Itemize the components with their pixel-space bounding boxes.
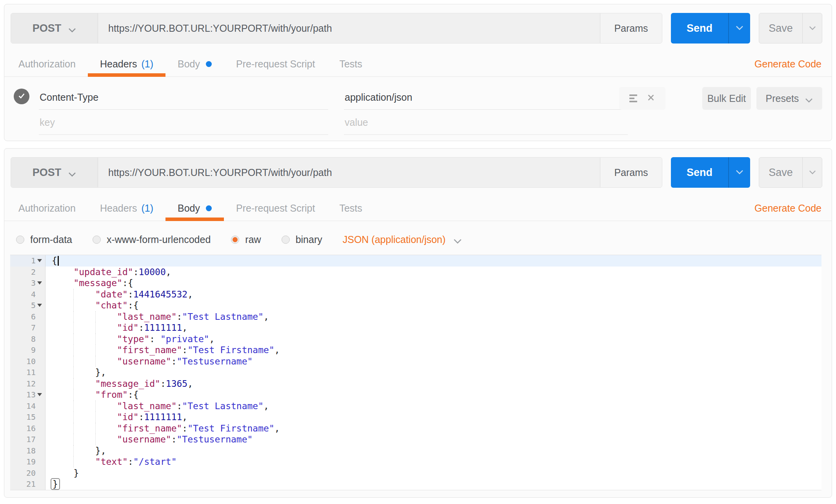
line-number-gutter[interactable]: 7 (10, 322, 45, 334)
code-line-content[interactable]: "update_id":10000, (45, 267, 821, 278)
code-line-content[interactable]: "message_id":1365, (45, 378, 821, 390)
line-number-gutter[interactable]: 2 (10, 267, 45, 278)
code-editor[interactable]: 1{2 "update_id":10000,3 "message":{4 "da… (10, 255, 821, 490)
line-number-gutter[interactable]: 6 (10, 311, 45, 323)
code-token: :{ (128, 390, 139, 400)
bulk-edit-button[interactable]: Bulk Edit (702, 87, 751, 110)
code-line-content[interactable]: "first_name":"Test Firstname", (45, 423, 821, 434)
header-value-input[interactable]: application/json (344, 86, 628, 110)
generate-code-link[interactable]: Generate Code (754, 58, 821, 70)
tab-tests[interactable]: Tests (327, 53, 374, 75)
line-number-gutter[interactable]: 1 (10, 255, 45, 267)
line-number-gutter[interactable]: 4 (10, 289, 45, 300)
code-token: , (166, 267, 171, 277)
code-token: "Testusername" (177, 356, 253, 366)
line-number-gutter[interactable]: 17 (10, 434, 45, 445)
code-line-content[interactable]: } (45, 479, 821, 490)
body-type-select[interactable]: JSON (application/json) (343, 233, 462, 246)
radio-icon (231, 236, 239, 244)
tab-label: Authorization (18, 203, 76, 214)
line-number-gutter[interactable]: 15 (10, 412, 45, 423)
tab-headers[interactable]: Headers(1) (88, 197, 165, 219)
line-number-gutter[interactable]: 12 (10, 378, 45, 390)
tab-headers[interactable]: Headers(1) (88, 53, 165, 75)
method-dropdown[interactable]: POST (11, 158, 98, 187)
fold-toggle-icon[interactable] (36, 393, 44, 396)
header-key-input[interactable]: Content-Type (39, 86, 328, 110)
code-line-content[interactable]: { (45, 255, 821, 267)
fold-toggle-icon[interactable] (36, 304, 44, 307)
new-header-value-input[interactable]: value (344, 111, 628, 135)
line-number-gutter[interactable]: 8 (10, 334, 45, 345)
code-line-content[interactable]: "chat":{ (45, 300, 821, 311)
tab-pre-request-script[interactable]: Pre-request Script (224, 53, 327, 75)
save-button[interactable]: Save (759, 158, 802, 187)
radio-form-data[interactable]: form-data (16, 234, 72, 245)
code-token: "type" (117, 334, 149, 344)
code-line-content[interactable]: "type": "private", (45, 334, 821, 345)
code-token: : (128, 289, 133, 299)
url-input[interactable]: https://YOUR.BOT.URL:YOURPORT/with/your/… (98, 13, 600, 43)
header-row-checkbox[interactable] (14, 89, 29, 104)
send-options-button[interactable] (728, 157, 750, 188)
divider (4, 221, 832, 221)
tab-pre-request-script[interactable]: Pre-request Script (224, 197, 327, 219)
send-button[interactable]: Send (671, 13, 728, 44)
code-line-content[interactable]: "from":{ (45, 389, 821, 401)
code-line-content[interactable]: } (45, 468, 821, 479)
code-line-content[interactable]: "username":"Testusername" (45, 434, 821, 445)
line-number-gutter[interactable]: 10 (10, 356, 45, 367)
code-line-content[interactable]: }, (45, 445, 821, 457)
save-options-button[interactable] (802, 158, 822, 187)
params-button[interactable]: Params (600, 158, 662, 187)
line-number: 15 (26, 412, 36, 422)
send-button[interactable]: Send (671, 157, 728, 188)
radio-x-www-form-urlencoded[interactable]: x-www-form-urlencoded (93, 234, 211, 245)
line-number-gutter[interactable]: 21 (10, 479, 45, 490)
code-line-content[interactable]: "last_name":"Test Lastname", (45, 401, 821, 412)
code-line-content[interactable]: "first_name":"Test Firstname", (45, 344, 821, 356)
method-dropdown[interactable]: POST (11, 13, 98, 43)
radio-label: binary (296, 234, 322, 245)
line-number-gutter[interactable]: 3 (10, 277, 45, 289)
line-number-gutter[interactable]: 16 (10, 423, 45, 434)
generate-code-link[interactable]: Generate Code (754, 203, 821, 214)
fold-toggle-icon[interactable] (36, 281, 44, 285)
line-number-gutter[interactable]: 19 (10, 456, 45, 468)
line-number-gutter[interactable]: 20 (10, 468, 45, 479)
tab-tests[interactable]: Tests (327, 197, 374, 219)
line-number-gutter[interactable]: 13 (10, 389, 45, 401)
presets-button[interactable]: Presets (756, 87, 822, 110)
save-button[interactable]: Save (759, 13, 802, 43)
tab-body[interactable]: Body (165, 53, 224, 75)
code-line-content[interactable]: "text":"/start" (45, 456, 821, 468)
indent-guide (95, 434, 96, 445)
code-line-content[interactable]: "username":"Testusername" (45, 356, 821, 367)
new-header-key-input[interactable]: key (39, 111, 328, 135)
send-options-button[interactable] (728, 13, 750, 44)
code-line-content[interactable]: }, (45, 367, 821, 378)
line-number-gutter[interactable]: 14 (10, 401, 45, 412)
url-input[interactable]: https://YOUR.BOT.URL:YOURPORT/with/your/… (98, 158, 600, 187)
code-line-content[interactable]: "last_name":"Test Lastname", (45, 311, 821, 323)
code-line-content[interactable]: "id":1111111, (45, 412, 821, 423)
line-number-gutter[interactable]: 5 (10, 300, 45, 311)
code-line-content[interactable]: "date":1441645532, (45, 289, 821, 300)
fold-toggle-icon[interactable] (36, 259, 44, 262)
line-number-gutter[interactable]: 9 (10, 344, 45, 356)
radio-binary[interactable]: binary (282, 234, 322, 245)
menu-icon[interactable] (629, 94, 637, 102)
code-token: "text" (95, 457, 128, 467)
code-line-content[interactable]: "message":{ (45, 277, 821, 289)
line-number-gutter[interactable]: 18 (10, 445, 45, 457)
tab-authorization[interactable]: Authorization (14, 53, 88, 75)
tab-body[interactable]: Body (165, 197, 224, 219)
tab-authorization[interactable]: Authorization (14, 197, 88, 219)
code-token: : (177, 401, 182, 411)
code-line-content[interactable]: "id":1111111, (45, 322, 821, 334)
save-options-button[interactable] (802, 13, 822, 43)
radio-raw[interactable]: raw (231, 234, 261, 245)
params-button[interactable]: Params (600, 13, 662, 43)
line-number-gutter[interactable]: 11 (10, 367, 45, 378)
delete-icon[interactable] (647, 93, 655, 103)
